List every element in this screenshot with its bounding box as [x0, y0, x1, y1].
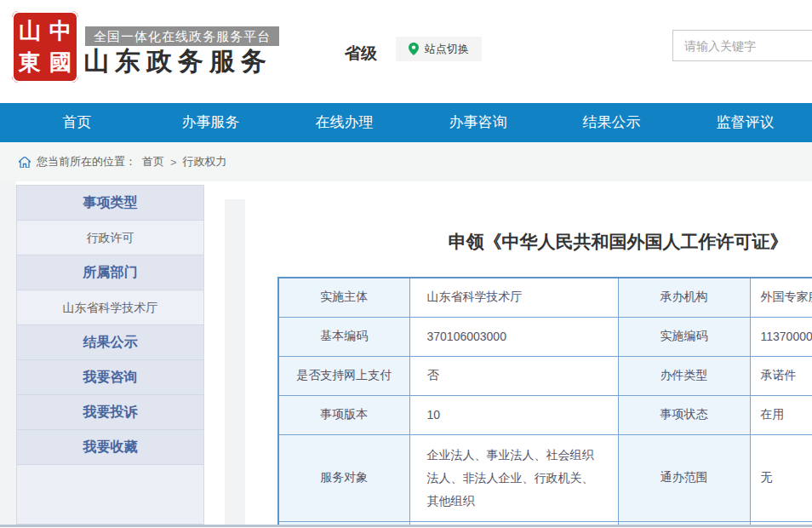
sidebar-item-results[interactable]: 结果公示: [17, 325, 203, 360]
field-label: 承办机构: [618, 278, 750, 317]
field-label: 通办范围: [618, 434, 750, 521]
sidebar-menu: 事项类型 行政许可 所属部门 山东省科学技术厅 结果公示 我要咨询 我要投诉 我…: [16, 185, 204, 525]
field-value: 113700000: [750, 317, 812, 356]
seal-char: 國: [45, 49, 76, 77]
nav-item-supervision[interactable]: 监督评议: [678, 103, 812, 142]
field-label: 服务对象: [278, 434, 409, 521]
page-left-margin: [0, 181, 16, 525]
seal-char: 山: [14, 17, 45, 46]
sidebar-item-complaint[interactable]: 我要投诉: [17, 395, 203, 430]
content-divider: [225, 199, 245, 525]
breadcrumb-prefix: 您当前所在的位置：: [37, 154, 136, 169]
breadcrumb-home-link[interactable]: 首页: [142, 154, 164, 169]
table-row: 服务对象 企业法人、事业法人、社会组织法人、非法人企业、行政机关、其他组织 通办…: [278, 434, 812, 521]
breadcrumb: 您当前所在的位置： 首页 > 行政权力: [0, 142, 812, 181]
page-title: 申领《中华人民共和国外国人工作许可证》: [277, 230, 812, 254]
home-icon: [19, 157, 31, 168]
main-content: 申领《中华人民共和国外国人工作许可证》 实施主体 山东省科学技术厅 承办机构 外…: [245, 181, 812, 525]
table-row: 是否支持网上支付 否 办件类型 承诺件: [278, 356, 812, 395]
field-label: 办件类型: [618, 356, 750, 395]
platform-badge: 全国一体化在线政务服务平台: [85, 26, 279, 46]
sidebar-item-department[interactable]: 所属部门: [17, 255, 203, 290]
field-label: 实施主体: [278, 278, 409, 317]
field-label: 是否支持网上支付: [278, 356, 409, 395]
field-value: 无: [750, 434, 812, 521]
site-header: 山 中 東 國 全国一体化在线政务服务平台 山东政务服务 省级 站点切换: [0, 0, 812, 103]
sidebar-item-matter-type[interactable]: 事项类型: [17, 186, 203, 221]
field-value: 否: [409, 356, 618, 395]
field-label: 事项版本: [278, 395, 409, 434]
main-navigation: 首页 办事服务 在线办理 办事咨询 结果公示 监督评议: [0, 103, 812, 142]
field-value: 10: [409, 395, 618, 434]
shandong-seal-logo-icon: 山 中 東 國: [12, 11, 78, 83]
sidebar-item-consult[interactable]: 我要咨询: [17, 360, 203, 395]
sidebar-item-admin-license[interactable]: 行政许可: [17, 221, 203, 255]
nav-item-services[interactable]: 办事服务: [144, 103, 277, 142]
field-value: 370106003000: [409, 317, 618, 356]
site-title: 山东政务服务: [83, 44, 272, 79]
site-level-label: 省级: [345, 43, 377, 65]
nav-item-consultation[interactable]: 办事咨询: [411, 103, 545, 142]
footer-top-border: [0, 525, 812, 527]
nav-item-online-handling[interactable]: 在线办理: [277, 103, 411, 142]
nav-item-results[interactable]: 结果公示: [545, 103, 678, 142]
table-row: 实施主体 山东省科学技术厅 承办机构 外国专家服务: [278, 278, 812, 317]
field-value: 山东省科学技术厅: [409, 278, 618, 317]
seal-char: 中: [45, 17, 76, 46]
field-value: 外国专家服务: [750, 278, 812, 317]
search-input[interactable]: [672, 30, 812, 61]
nav-item-home[interactable]: 首页: [10, 103, 144, 142]
field-value: 企业法人、事业法人、社会组织法人、非法人企业、行政机关、其他组织: [409, 434, 618, 521]
sidebar-item-favorite[interactable]: 我要收藏: [17, 430, 203, 465]
table-row: 基本编码 370106003000 实施编码 113700000: [278, 317, 812, 356]
field-value: 承诺件: [750, 356, 812, 395]
sidebar-item-sci-tech-dept[interactable]: 山东省科学技术厅: [17, 290, 203, 325]
field-label: 事项状态: [618, 395, 750, 434]
location-pin-icon: [409, 43, 419, 55]
field-label: 基本编码: [278, 317, 409, 356]
breadcrumb-current-link[interactable]: 行政权力: [183, 154, 227, 169]
site-switch-label: 站点切换: [425, 42, 469, 57]
field-label: 实施编码: [618, 317, 750, 356]
table-row: 事项版本 10 事项状态 在用: [278, 395, 812, 434]
field-value: 在用: [750, 395, 812, 434]
matter-info-table: 实施主体 山东省科学技术厅 承办机构 外国专家服务 基本编码 370106003…: [277, 277, 812, 525]
seal-char: 東: [14, 49, 45, 77]
breadcrumb-separator: >: [170, 156, 177, 169]
site-switch-button[interactable]: 站点切换: [396, 37, 482, 61]
